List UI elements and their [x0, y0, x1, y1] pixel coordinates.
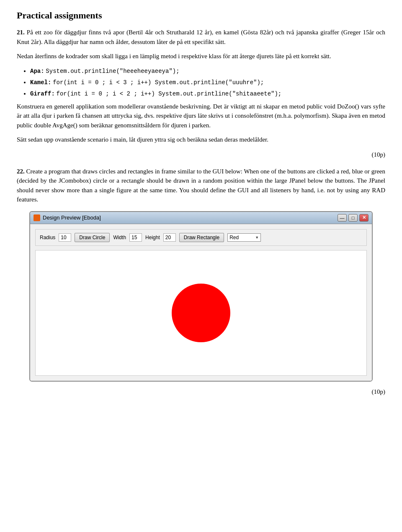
gui-titlebar-buttons: — □ ✕ [338, 214, 368, 222]
section21-paragraph1: 21. På ett zoo för däggdjur finns två ap… [17, 28, 385, 46]
radius-input[interactable] [59, 233, 71, 242]
height-label: Height [145, 235, 160, 240]
section21-bullet2: Kamel: for(int i = 0 ; i < 3 ; i++) Syst… [30, 77, 385, 87]
gui-window: Design Preview [Eboda] — □ ✕ Radius Draw… [29, 211, 373, 382]
java-icon [34, 214, 40, 221]
drawn-circle [172, 284, 230, 342]
section22-p1-text: Create a program that draws circles and … [17, 168, 385, 203]
section22-paragraph1: 22. Create a program that draws circles … [17, 167, 385, 204]
section21-paragraph3: Konstruera en generell applikation som m… [17, 102, 385, 130]
page-title: Practical assignments [17, 10, 385, 21]
width-label: Width [113, 235, 126, 240]
gui-canvas [35, 250, 367, 376]
section21-code-list: Apa: System.out.printline("heeeheeyaeeya… [30, 66, 385, 98]
maximize-button[interactable]: □ [348, 214, 358, 222]
draw-rectangle-button[interactable]: Draw Rectangle [179, 233, 224, 242]
section21-bullet1: Apa: System.out.printline("heeeheeyaeeya… [30, 66, 385, 76]
draw-circle-button[interactable]: Draw Circle [75, 233, 110, 242]
color-combobox[interactable]: Red ▼ [227, 233, 261, 242]
height-input[interactable] [163, 233, 176, 242]
gui-body: Radius Draw Circle Width Height Draw Rec… [30, 224, 372, 381]
section21-paragraph4: Sätt sedan upp ovanstående scenario i ma… [17, 135, 385, 145]
radius-label: Radius [40, 235, 55, 240]
section21-number: 21. [17, 29, 25, 36]
section22-points: (10p) [17, 388, 385, 395]
section22-number: 22. [17, 168, 25, 175]
minimize-button[interactable]: — [338, 214, 347, 222]
section21-bullet3: Giraff: for(int i = 0 ; i < 2 ; i++) Sys… [30, 89, 385, 98]
gui-titlebar: Design Preview [Eboda] — □ ✕ [30, 212, 372, 224]
gui-titlebar-title: Design Preview [Eboda] [34, 214, 101, 221]
section21-paragraph2: Nedan återfinns de kodrader som skall li… [17, 52, 385, 61]
gui-toolbar: Radius Draw Circle Width Height Draw Rec… [35, 229, 367, 246]
close-button[interactable]: ✕ [359, 214, 368, 222]
section21-points: (10p) [17, 151, 385, 158]
width-input[interactable] [129, 233, 142, 242]
color-value: Red [229, 235, 239, 240]
combobox-arrow-icon: ▼ [255, 235, 259, 240]
section21-p1-text: På ett zoo för däggdjur finns två apor (… [17, 29, 385, 45]
gui-title-text: Design Preview [Eboda] [43, 214, 101, 221]
